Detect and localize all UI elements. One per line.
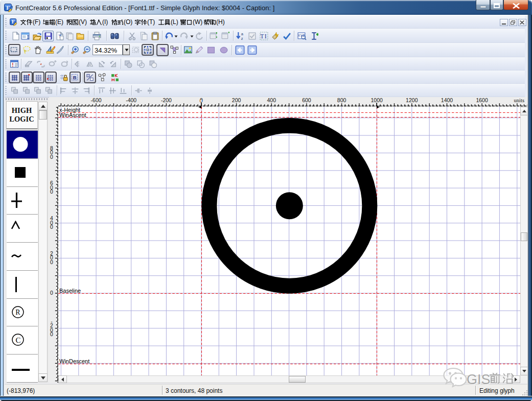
svg-text:400: 400: [267, 97, 276, 103]
svg-text:WinAscent: WinAscent: [59, 112, 86, 118]
svg-text:F: F: [6, 5, 10, 11]
svg-text:C: C: [15, 336, 20, 344]
svg-text:0: 0: [50, 154, 53, 160]
svg-text:0: 0: [50, 259, 53, 265]
svg-text:600: 600: [302, 97, 311, 103]
svg-text:WinDescent: WinDescent: [59, 358, 89, 364]
svg-text:0: 0: [50, 331, 53, 337]
svg-text:z: z: [241, 36, 243, 40]
svg-text:!: !: [12, 62, 13, 68]
svg-text:units: units: [514, 98, 524, 103]
svg-text:T: T: [260, 33, 264, 40]
svg-text:200: 200: [232, 97, 241, 103]
svg-text:1400: 1400: [441, 97, 453, 103]
svg-text:800: 800: [337, 97, 346, 103]
svg-text:GIS: GIS: [467, 372, 491, 387]
svg-text:B: B: [73, 75, 77, 80]
svg-text:0: 0: [50, 224, 53, 230]
svg-text:F: F: [12, 19, 15, 25]
svg-text:1000: 1000: [371, 97, 383, 103]
svg-text:-400: -400: [126, 97, 136, 103]
svg-text:0: 0: [50, 290, 53, 296]
svg-text:R: R: [15, 309, 20, 316]
svg-text:1200: 1200: [406, 97, 418, 103]
svg-text:1600: 1600: [476, 97, 488, 103]
svg-text:I: I: [265, 33, 267, 40]
svg-text:-600: -600: [91, 97, 102, 103]
svg-text:-200: -200: [161, 97, 172, 103]
svg-text:Baseline: Baseline: [59, 288, 81, 294]
svg-text:0: 0: [50, 188, 53, 195]
